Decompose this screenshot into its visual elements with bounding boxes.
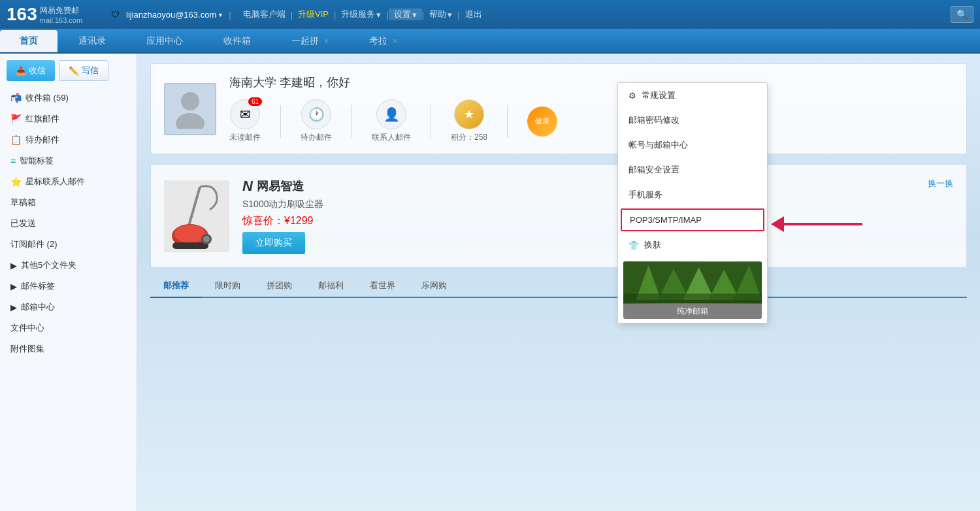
main-layout: 📥 收信 ✏️ 写信 📬 收件箱 (59) 🚩 红旗邮件 📋 待办邮件 ≡ 智能… — [0, 54, 980, 511]
redflag-label: 红旗邮件 — [25, 113, 59, 125]
dropdown-item-skin[interactable]: 👕 换肤 — [618, 233, 767, 257]
pending-icon: 📋 — [10, 135, 22, 145]
tab-koala[interactable]: 考拉 × — [350, 30, 417, 52]
nav-client[interactable]: 电脑客户端 — [238, 8, 291, 20]
tab-contacts[interactable]: 通讯录 — [59, 30, 125, 52]
tab-inbox[interactable]: 收件箱 — [204, 30, 270, 52]
sidebar-item-mailbox-center[interactable]: ▶ 邮箱中心 — [0, 297, 137, 318]
stat-divider2 — [351, 105, 352, 138]
search-button[interactable]: 🔍 — [951, 6, 973, 23]
logo-sub-line1: 网易免费邮 — [40, 5, 82, 16]
sidebar-item-sent[interactable]: 已发送 — [0, 213, 137, 234]
logo-sub-line2: mail.163.com — [40, 16, 82, 24]
arrow-indicator — [771, 216, 862, 232]
dropdown-item-account[interactable]: 帐号与邮箱中心 — [618, 133, 767, 157]
expand-icon: ▶ — [10, 261, 17, 271]
person-icon: 👤 — [384, 107, 400, 122]
dropdown-item-mobile[interactable]: 手机服务 — [618, 182, 767, 207]
ad-brand: N 网易智造 — [242, 178, 915, 195]
stat-unread[interactable]: ✉ 61 未读邮件 — [229, 99, 261, 143]
stat-health[interactable]: 健康 — [527, 107, 557, 137]
brand-n-icon: N — [242, 178, 253, 195]
redflag-icon: 🚩 — [10, 114, 22, 124]
email-dropdown-arrow: ▾ — [219, 11, 222, 18]
stat-score[interactable]: ★ 积分：258 — [451, 99, 487, 143]
ad-product: S1000动力刷吸尘器 — [242, 199, 915, 210]
health-label: 健康 — [535, 116, 549, 126]
nav-settings[interactable]: 设置 ▾ — [389, 8, 422, 20]
expand-icon2: ▶ — [10, 282, 17, 291]
header-email[interactable]: lijianzhaoyou@163.com ▾ — [126, 10, 222, 20]
bottom-tab-group-buy[interactable]: 拼团购 — [253, 274, 305, 297]
ad-change-button[interactable]: 换一换 — [928, 178, 953, 190]
unread-label: 未读邮件 — [229, 132, 261, 143]
tab-koala-label: 考拉 — [369, 35, 387, 47]
buy-button[interactable]: 立即购买 — [242, 232, 305, 254]
shirt-icon: 👕 — [629, 240, 639, 250]
tab-koala-close[interactable]: × — [393, 37, 397, 46]
brand-name: 网易智造 — [257, 178, 304, 194]
receive-button[interactable]: 📥 收信 — [7, 60, 55, 81]
tab-appcenter[interactable]: 应用中心 — [127, 30, 203, 52]
dropdown-item-general[interactable]: ⚙ 常规设置 — [618, 83, 767, 108]
tab-pin-close[interactable]: × — [324, 37, 329, 46]
nav-logout[interactable]: 退出 — [460, 8, 487, 20]
sidebar-item-redflag[interactable]: 🚩 红旗邮件 — [0, 108, 137, 129]
tab-pin[interactable]: 一起拼 × — [272, 30, 348, 52]
mail-icon: ✉ — [240, 107, 251, 122]
stat-contact[interactable]: 👤 联系人邮件 — [372, 99, 411, 143]
star-icon: ⭐ — [10, 176, 22, 187]
dropdown-item-pop3[interactable]: POP3/SMTP/IMAP — [621, 208, 764, 231]
nav-upgrade[interactable]: 升级服务 ▾ — [336, 8, 386, 20]
bottom-tab-mail-recommend[interactable]: 邮推荐 — [150, 274, 202, 298]
stat-pending[interactable]: 🕐 待办邮件 — [301, 99, 332, 143]
stat-divider4 — [507, 105, 508, 138]
sidebar-item-file-center[interactable]: 文件中心 — [0, 318, 137, 338]
sidebar-item-mail-tags[interactable]: ▶ 邮件标签 — [0, 276, 137, 297]
attachment-gallery-label: 附件图集 — [10, 343, 44, 355]
sidebar-item-draft[interactable]: 草稿箱 — [0, 192, 137, 213]
tab-pin-label: 一起拼 — [291, 35, 319, 47]
tab-home[interactable]: 首页 — [0, 30, 57, 52]
skin-label: 换肤 — [644, 239, 661, 251]
file-center-label: 文件中心 — [10, 322, 44, 334]
expand-icon3: ▶ — [10, 303, 17, 312]
logo-163: 163 — [7, 5, 37, 24]
pending-label: 待办邮件 — [25, 134, 59, 146]
content-area: 海南大学 李建昭，你好 ✉ 61 未读邮件 🕐 待办邮件 — [137, 54, 980, 511]
header-nav: 电脑客户端 | 升级VIP | 升级服务 ▾ | 设置 ▾ | 帮助 ▾ | 退… — [238, 8, 973, 20]
sidebar-item-smart[interactable]: ≡ 智能标签 — [0, 150, 137, 171]
svg-point-4 — [174, 225, 206, 243]
sidebar-item-pending[interactable]: 📋 待办邮件 — [0, 129, 137, 150]
bottom-tabs: 邮推荐 限时购 拼团购 邮福利 看世界 乐网购 — [150, 274, 967, 298]
arrow-shaft — [784, 223, 862, 225]
bottom-tab-flash-sale[interactable]: 限时购 — [202, 274, 253, 297]
svg-point-1 — [176, 113, 204, 129]
sidebar-item-other-folders[interactable]: ▶ 其他5个文件夹 — [0, 255, 137, 276]
sidebar-item-attachment-gallery[interactable]: 附件图集 — [0, 338, 137, 359]
receive-icon: 📥 — [16, 66, 26, 76]
dropdown-ad-label: 纯净邮箱 — [623, 304, 762, 319]
sidebar-item-inbox[interactable]: 📬 收件箱 (59) — [0, 88, 137, 108]
draft-label: 草稿箱 — [10, 197, 36, 208]
dropdown-ad[interactable]: 纯净邮箱 — [623, 261, 762, 319]
write-button[interactable]: ✏️ 写信 — [59, 60, 108, 81]
upgrade-label: 升级服务 — [341, 8, 375, 20]
settings-arrow: ▾ — [412, 10, 417, 20]
score-icon: ★ — [464, 107, 474, 122]
dropdown-item-security[interactable]: 邮箱安全设置 — [618, 157, 767, 182]
sidebar-item-subscription[interactable]: 订阅邮件 (2) — [0, 234, 137, 255]
mobile-label: 手机服务 — [629, 189, 662, 201]
stat-divider1 — [280, 105, 281, 138]
sidebar-item-star[interactable]: ⭐ 星标联系人邮件 — [0, 171, 137, 192]
bottom-tab-shopping[interactable]: 乐网购 — [408, 274, 460, 297]
nav-vip[interactable]: 升级VIP — [293, 8, 334, 20]
svg-point-0 — [181, 92, 199, 110]
help-arrow: ▾ — [448, 10, 452, 20]
bottom-tab-mail-welfare[interactable]: 邮福利 — [305, 274, 357, 297]
nav-help[interactable]: 帮助 ▾ — [424, 8, 457, 20]
bottom-tab-world[interactable]: 看世界 — [357, 274, 408, 297]
svg-rect-5 — [172, 242, 208, 249]
dropdown-item-password[interactable]: 邮箱密码修改 — [618, 108, 767, 133]
mail-tags-label: 邮件标签 — [21, 280, 55, 292]
